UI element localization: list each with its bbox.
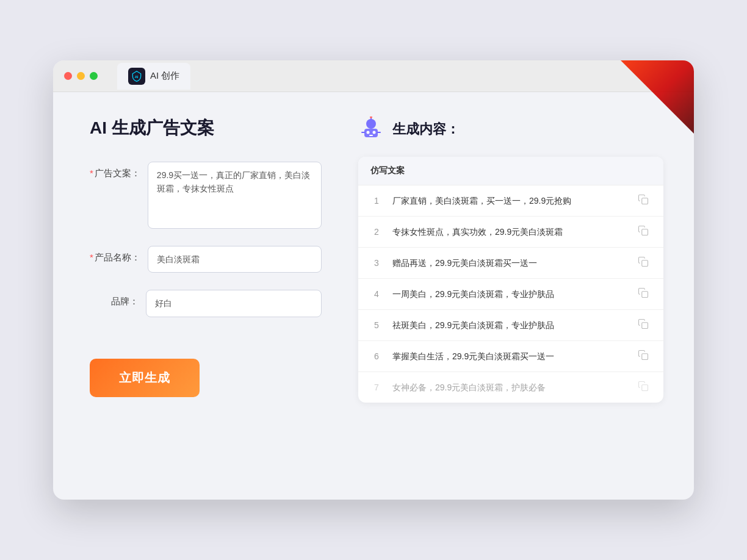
- ad-copy-input[interactable]: 29.9买一送一，真正的厂家直销，美白淡斑霜，专抹女性斑点: [148, 162, 322, 229]
- row-text: 厂家直销，美白淡斑霜，买一送一，29.9元抢购: [392, 195, 628, 207]
- copy-icon[interactable]: [638, 287, 651, 301]
- required-star-2: *: [90, 252, 93, 262]
- table-row: 1 厂家直销，美白淡斑霜，买一送一，29.9元抢购: [358, 185, 663, 217]
- left-panel: AI 生成广告文案 *广告文案： 29.9买一送一，真正的厂家直销，美白淡斑霜，…: [90, 117, 322, 475]
- row-text: 一周美白，29.9元美白淡斑霜，专业护肤品: [392, 288, 628, 301]
- svg-rect-13: [642, 292, 648, 298]
- svg-rect-14: [642, 323, 648, 329]
- row-number: 7: [370, 382, 383, 392]
- row-number: 3: [370, 258, 383, 268]
- row-text: 掌握美白生活，29.9元美白淡斑霜买一送一: [392, 350, 628, 363]
- right-title: 生成内容：: [392, 120, 460, 138]
- table-row: 5 祛斑美白，29.9元美白淡斑霜，专业护肤品: [358, 310, 663, 341]
- traffic-lights: [64, 72, 98, 80]
- robot-icon: [358, 117, 384, 142]
- tab-label: AI 创作: [150, 70, 179, 82]
- row-number: 5: [370, 320, 383, 330]
- copy-icon[interactable]: [638, 318, 651, 332]
- brand-label: 品牌：: [90, 290, 139, 307]
- row-text: 赠品再送，29.9元美白淡斑霜买一送一: [392, 257, 628, 270]
- right-panel: 生成内容： 仿写文案 1 厂家直销，美白淡斑霜，买一送一，29.9元抢购 2 专…: [358, 117, 663, 475]
- table-row: 6 掌握美白生活，29.9元美白淡斑霜买一送一: [358, 341, 663, 372]
- svg-point-7: [370, 117, 372, 118]
- copy-icon[interactable]: [638, 225, 651, 239]
- table-row: 3 赠品再送，29.9元美白淡斑霜买一送一: [358, 248, 663, 279]
- svg-rect-5: [369, 135, 373, 136]
- svg-rect-11: [642, 229, 648, 235]
- ad-copy-group: *广告文案： 29.9买一送一，真正的厂家直销，美白淡斑霜，专抹女性斑点: [90, 162, 322, 229]
- app-window: AI AI 创作 AI 生成广告文案 *广告文案： 29.9买一送一，真正的厂家…: [53, 60, 694, 500]
- copy-icon[interactable]: [638, 350, 651, 363]
- svg-text:AI: AI: [135, 74, 139, 78]
- page-title: AI 生成广告文案: [90, 117, 322, 140]
- title-bar: AI AI 创作: [53, 60, 694, 92]
- table-row: 4 一周美白，29.9元美白淡斑霜，专业护肤品: [358, 279, 663, 310]
- right-header: 生成内容：: [358, 117, 663, 142]
- ad-copy-label: *广告文案：: [90, 162, 140, 179]
- copy-icon[interactable]: [638, 381, 651, 394]
- svg-point-4: [373, 131, 376, 134]
- product-name-label: *产品名称：: [90, 246, 140, 264]
- copy-icon[interactable]: [638, 256, 651, 270]
- svg-rect-16: [642, 385, 648, 391]
- brand-group: 品牌：: [90, 290, 322, 317]
- row-text: 祛斑美白，29.9元美白淡斑霜，专业护肤品: [392, 319, 628, 332]
- row-number: 4: [370, 289, 383, 299]
- close-button[interactable]: [64, 72, 72, 80]
- row-number: 6: [370, 351, 383, 361]
- row-text: 女神必备，29.9元美白淡斑霜，护肤必备: [392, 381, 628, 394]
- svg-rect-15: [642, 354, 648, 360]
- product-name-input[interactable]: [148, 246, 322, 273]
- main-content: AI 生成广告文案 *广告文案： 29.9买一送一，真正的厂家直销，美白淡斑霜，…: [53, 92, 694, 500]
- svg-point-1: [366, 119, 376, 129]
- copy-icon[interactable]: [638, 194, 651, 207]
- table-header: 仿写文案: [358, 157, 663, 185]
- product-name-group: *产品名称：: [90, 246, 322, 273]
- row-number: 1: [370, 196, 383, 206]
- generate-button[interactable]: 立即生成: [90, 359, 200, 397]
- table-row: 7 女神必备，29.9元美白淡斑霜，护肤必备: [358, 372, 663, 403]
- svg-rect-12: [642, 260, 648, 267]
- row-text: 专抹女性斑点，真实功效，29.9元美白淡斑霜: [392, 226, 628, 239]
- results-table: 仿写文案 1 厂家直销，美白淡斑霜，买一送一，29.9元抢购 2 专抹女性斑点，…: [358, 157, 663, 403]
- required-star-1: *: [90, 168, 93, 178]
- row-number: 2: [370, 227, 383, 237]
- svg-point-3: [367, 131, 370, 134]
- svg-rect-10: [642, 198, 648, 204]
- ai-logo-icon: AI: [128, 68, 145, 85]
- ai-tab[interactable]: AI AI 创作: [117, 63, 190, 90]
- minimize-button[interactable]: [77, 72, 85, 80]
- maximize-button[interactable]: [90, 72, 98, 80]
- table-row: 2 专抹女性斑点，真实功效，29.9元美白淡斑霜: [358, 217, 663, 248]
- brand-input[interactable]: [146, 290, 322, 317]
